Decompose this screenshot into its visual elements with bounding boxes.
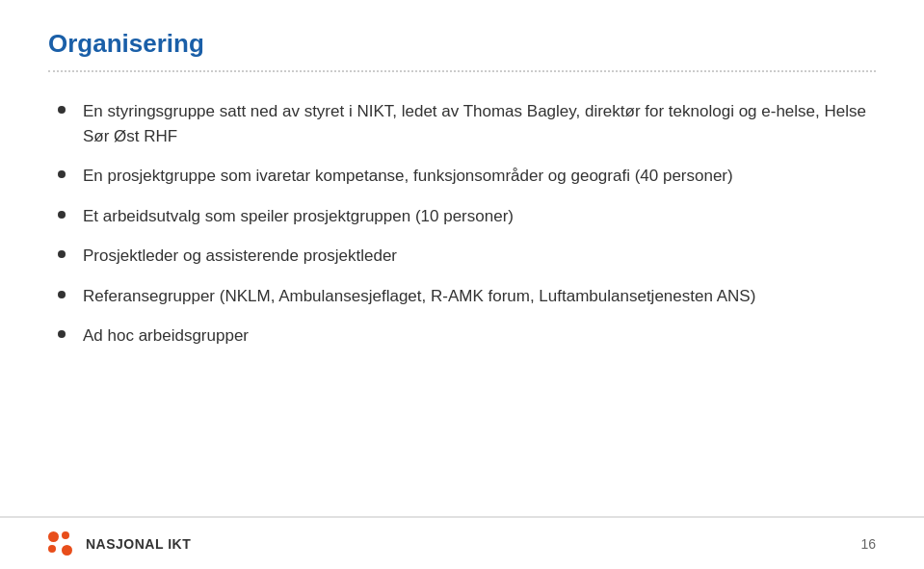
logo-dot-2 (62, 531, 69, 539)
list-item: Ad hoc arbeidsgrupper (58, 323, 876, 349)
bullet-text: En styringsgruppe satt ned av styret i N… (83, 99, 876, 148)
list-item: Referansegrupper (NKLM, Ambulansesjeflag… (58, 284, 876, 309)
logo-dot-3 (48, 545, 56, 553)
logo-dot-4 (62, 545, 72, 556)
page-title: Organisering (48, 29, 876, 72)
bullet-dot (58, 330, 66, 338)
list-item: En styringsgruppe satt ned av styret i N… (58, 99, 876, 148)
logo-dot-1 (48, 531, 59, 542)
logo-text: NASJONAL IKT (86, 536, 191, 552)
logo-prefix: NASJONAL (86, 536, 168, 552)
logo-dots-icon (48, 531, 72, 556)
bullet-dot (58, 106, 66, 114)
bullet-text: Prosjektleder og assisterende prosjektle… (83, 244, 397, 269)
list-item: En prosjektgruppe som ivaretar kompetans… (58, 164, 876, 189)
slide-container: Organisering En styringsgruppe satt ned … (0, 0, 924, 569)
bullet-text: Et arbeidsutvalg som speiler prosjektgru… (83, 204, 514, 229)
bullet-text: Referansegrupper (NKLM, Ambulansesjeflag… (83, 284, 755, 309)
list-item: Prosjektleder og assisterende prosjektle… (58, 244, 876, 269)
bullet-text: Ad hoc arbeidsgrupper (83, 323, 249, 349)
list-item: Et arbeidsutvalg som speiler prosjektgru… (58, 204, 876, 229)
bullet-dot (58, 250, 66, 258)
bullet-dot (58, 291, 66, 298)
content-area: En styringsgruppe satt ned av styret i N… (48, 90, 876, 349)
logo-suffix: IKT (168, 536, 191, 552)
page-number: 16 (860, 536, 876, 552)
logo-area: NASJONAL IKT (48, 531, 191, 556)
footer: NASJONAL IKT 16 (0, 516, 924, 569)
bullet-dot (58, 211, 66, 219)
bullet-text: En prosjektgruppe som ivaretar kompetans… (83, 164, 733, 189)
bullet-dot (58, 170, 66, 178)
